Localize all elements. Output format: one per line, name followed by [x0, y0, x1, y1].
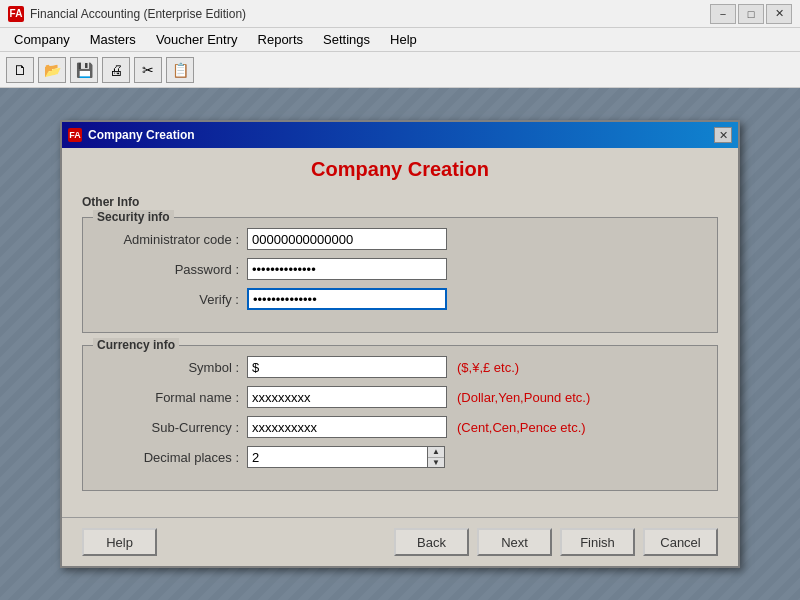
- dialog-footer: Help Back Next Finish Cancel: [62, 517, 738, 566]
- menu-company[interactable]: Company: [4, 30, 80, 49]
- currency-info-section: Currency info Symbol : ($,¥,£ etc.) Form…: [82, 345, 718, 491]
- subcurrency-input[interactable]: [247, 416, 447, 438]
- dialog-title-text: Company Creation: [88, 128, 195, 142]
- dialog-close-button[interactable]: ✕: [714, 127, 732, 143]
- toolbar-cut-btn[interactable]: ✂: [134, 57, 162, 83]
- symbol-label: Symbol :: [97, 360, 247, 375]
- verify-input[interactable]: [247, 288, 447, 310]
- window-controls: − □ ✕: [710, 4, 792, 24]
- company-creation-dialog: FA Company Creation ✕ Company Creation O…: [60, 120, 740, 568]
- dialog-app-icon: FA: [68, 128, 82, 142]
- verify-label: Verify :: [97, 292, 247, 307]
- subcurrency-row: Sub-Currency : (Cent,Cen,Pence etc.): [97, 416, 703, 438]
- dialog-title-left: FA Company Creation: [68, 128, 195, 142]
- app-icon: FA: [8, 6, 24, 22]
- app-title: Financial Accounting (Enterprise Edition…: [30, 7, 246, 21]
- menu-voucher-entry[interactable]: Voucher Entry: [146, 30, 248, 49]
- password-label: Password :: [97, 262, 247, 277]
- menu-settings[interactable]: Settings: [313, 30, 380, 49]
- dialog-content: Company Creation Other Info Security inf…: [62, 148, 738, 517]
- menu-help[interactable]: Help: [380, 30, 427, 49]
- decimal-places-input[interactable]: [247, 446, 427, 468]
- title-bar: FA Financial Accounting (Enterprise Edit…: [0, 0, 800, 28]
- toolbar: 🗋 📂 💾 🖨 ✂ 📋: [0, 52, 800, 88]
- main-area: FA Company Creation ✕ Company Creation O…: [0, 88, 800, 600]
- symbol-hint: ($,¥,£ etc.): [457, 360, 519, 375]
- next-button[interactable]: Next: [477, 528, 552, 556]
- dialog-heading: Company Creation: [82, 158, 718, 181]
- toolbar-open-btn[interactable]: 📂: [38, 57, 66, 83]
- back-button[interactable]: Back: [394, 528, 469, 556]
- subcurrency-hint: (Cent,Cen,Pence etc.): [457, 420, 586, 435]
- verify-row: Verify :: [97, 288, 703, 310]
- finish-button[interactable]: Finish: [560, 528, 635, 556]
- formal-name-label: Formal name :: [97, 390, 247, 405]
- dialog-title-bar: FA Company Creation ✕: [62, 122, 738, 148]
- formal-name-hint: (Dollar,Yen,Pound etc.): [457, 390, 590, 405]
- toolbar-print-btn[interactable]: 🖨: [102, 57, 130, 83]
- menu-masters[interactable]: Masters: [80, 30, 146, 49]
- minimize-button[interactable]: −: [710, 4, 736, 24]
- security-info-section: Security info Administrator code : Passw…: [82, 217, 718, 333]
- help-button[interactable]: Help: [82, 528, 157, 556]
- spinner-down-button[interactable]: ▼: [428, 457, 444, 468]
- security-section-label: Security info: [93, 210, 174, 224]
- decimal-places-row: Decimal places : ▲ ▼: [97, 446, 703, 468]
- admin-code-row: Administrator code :: [97, 228, 703, 250]
- symbol-row: Symbol : ($,¥,£ etc.): [97, 356, 703, 378]
- close-window-button[interactable]: ✕: [766, 4, 792, 24]
- toolbar-new-btn[interactable]: 🗋: [6, 57, 34, 83]
- toolbar-paste-btn[interactable]: 📋: [166, 57, 194, 83]
- password-input[interactable]: [247, 258, 447, 280]
- admin-code-label: Administrator code :: [97, 232, 247, 247]
- subcurrency-label: Sub-Currency :: [97, 420, 247, 435]
- decimal-places-label: Decimal places :: [97, 450, 247, 465]
- password-row: Password :: [97, 258, 703, 280]
- decimal-places-spinner: ▲ ▼: [247, 446, 445, 468]
- spinner-up-button[interactable]: ▲: [428, 447, 444, 457]
- currency-section-label: Currency info: [93, 338, 179, 352]
- toolbar-save-btn[interactable]: 💾: [70, 57, 98, 83]
- menu-bar: Company Masters Voucher Entry Reports Se…: [0, 28, 800, 52]
- maximize-button[interactable]: □: [738, 4, 764, 24]
- cancel-button[interactable]: Cancel: [643, 528, 718, 556]
- admin-code-input[interactable]: [247, 228, 447, 250]
- symbol-input[interactable]: [247, 356, 447, 378]
- formal-name-row: Formal name : (Dollar,Yen,Pound etc.): [97, 386, 703, 408]
- other-info-label: Other Info: [82, 195, 718, 209]
- spinner-buttons: ▲ ▼: [427, 446, 445, 468]
- menu-reports[interactable]: Reports: [248, 30, 314, 49]
- formal-name-input[interactable]: [247, 386, 447, 408]
